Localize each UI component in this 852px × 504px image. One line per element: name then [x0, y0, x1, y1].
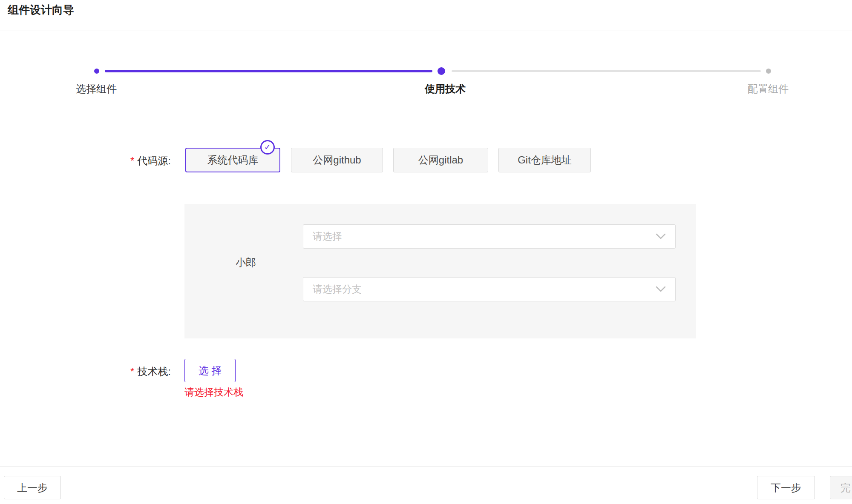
repo-owner-label: 小郎	[236, 256, 256, 269]
header-divider	[0, 31, 852, 31]
step-label-use-technology: 使用技术	[425, 82, 466, 96]
code-source-label-text: 代码源:	[137, 155, 171, 166]
previous-step-button[interactable]: 上一步	[4, 476, 61, 499]
step-dot-select-component	[94, 69, 99, 74]
required-asterisk: *	[130, 366, 134, 377]
branch-select-placeholder: 请选择分支	[313, 283, 362, 296]
code-source-option-git-url[interactable]: Git仓库地址	[498, 148, 591, 172]
step-dot-use-technology	[438, 67, 445, 75]
required-asterisk: *	[130, 155, 134, 166]
code-source-option-public-github[interactable]: 公网github	[291, 148, 383, 172]
next-step-button[interactable]: 下一步	[757, 476, 815, 499]
repo-select-placeholder: 请选择	[313, 230, 342, 243]
footer-divider	[0, 466, 852, 467]
tech-stack-label-text: 技术栈:	[137, 366, 171, 377]
code-source-options: 系统代码库 公网github 公网gitlab Git仓库地址	[185, 148, 591, 172]
step-dot-configure-component	[766, 69, 771, 74]
repo-select[interactable]: 请选择	[303, 224, 676, 249]
branch-select[interactable]: 请选择分支	[303, 277, 676, 301]
tech-stack-label: *技术栈:	[130, 365, 171, 378]
step-progress-line-done	[105, 70, 432, 72]
repo-selection-panel: 小郎 请选择 请选择分支	[184, 204, 696, 338]
check-icon: ✓	[260, 140, 275, 155]
page-title: 组件设计向导	[8, 3, 74, 17]
tech-stack-error-message: 请选择技术栈	[184, 386, 243, 399]
tech-stack-choose-button[interactable]: 选 择	[184, 359, 236, 382]
step-label-select-component: 选择组件	[76, 82, 117, 96]
step-label-configure-component: 配置组件	[748, 82, 789, 96]
code-source-option-public-gitlab[interactable]: 公网gitlab	[393, 148, 488, 172]
chevron-down-icon	[656, 233, 666, 240]
code-source-label: *代码源:	[130, 154, 171, 168]
chevron-down-icon	[656, 286, 666, 292]
finish-button[interactable]: 完	[830, 476, 852, 499]
step-progress-line-pending	[452, 70, 761, 72]
